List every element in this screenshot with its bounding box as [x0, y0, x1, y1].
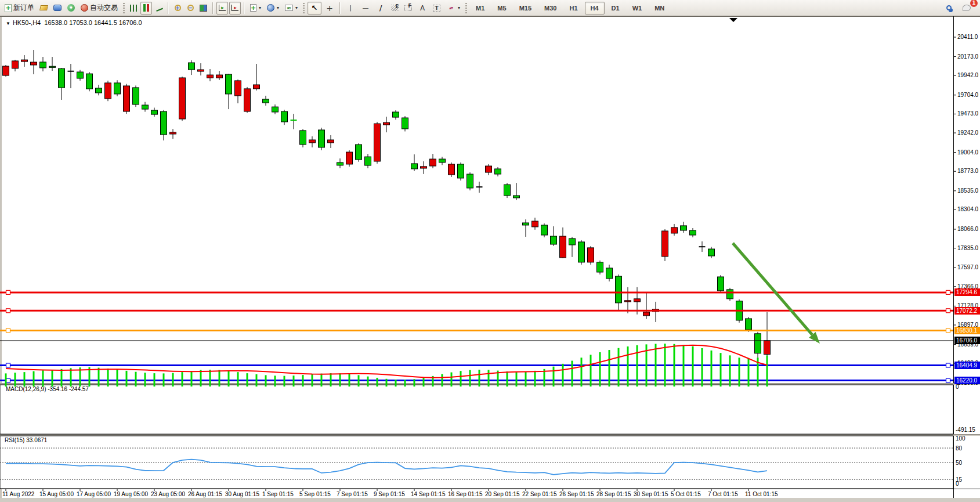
cursor-arrow-icon: ↖ [310, 3, 319, 13]
line-handle[interactable] [6, 309, 10, 313]
timeframe-m1-label: M1 [472, 3, 488, 13]
line-handle[interactable] [6, 328, 10, 333]
timeframe-mn[interactable]: MN [649, 2, 670, 15]
timeframe-h1[interactable]: H1 [563, 2, 583, 15]
crosshair-button[interactable]: + [323, 2, 337, 15]
line-handle[interactable] [6, 378, 10, 382]
signals-button[interactable]: • [65, 2, 77, 15]
macd-label: MACD(12,26,9) -354.16 -244.57 [6, 386, 89, 392]
timeframe-m15[interactable]: M15 [513, 2, 537, 15]
bar-chart-button[interactable] [128, 2, 139, 15]
fibonacci-button[interactable]: F [402, 2, 414, 15]
line-handle[interactable] [946, 378, 950, 382]
trendline-button[interactable]: / [374, 2, 388, 15]
rsi-panel[interactable] [0, 436, 953, 489]
candle-body [616, 276, 622, 303]
chart-ohlc-values: 16538.0 17053.0 16441.5 16706.0 [44, 19, 142, 26]
timeframe-m1[interactable]: M1 [470, 2, 490, 15]
candle-body [523, 223, 529, 225]
candle-body [179, 78, 186, 119]
line-chart-button[interactable] [153, 2, 165, 15]
line-handle[interactable] [6, 363, 10, 367]
vertical-line-icon: | [346, 3, 355, 13]
candle-body [764, 341, 771, 355]
date-tick-label: 19 Aug 05:00 [114, 491, 148, 497]
line-handle[interactable] [946, 363, 950, 367]
search-button[interactable] [943, 2, 954, 15]
zoom-in-button[interactable]: + [172, 2, 183, 15]
price-tick-label: 19704.0 [957, 92, 978, 98]
timeframe-d1-label: D1 [608, 3, 623, 13]
candle-body [606, 268, 613, 279]
candle-body [31, 62, 37, 65]
candle-body [198, 70, 204, 71]
bottom-strip [0, 498, 980, 502]
candle-body [244, 89, 251, 111]
timeframe-h4[interactable]: H4 [585, 2, 605, 15]
date-tick-label: 5 Sep 01:15 [299, 491, 331, 497]
indicators-button[interactable]: ≈▾ [283, 2, 300, 15]
toolbar-grip [123, 3, 125, 13]
candle-body [346, 152, 353, 164]
dropdown-caret-icon: ▾ [295, 5, 298, 10]
chart-canvas[interactable] [0, 0, 980, 502]
candle-body [300, 131, 306, 145]
cursor-button[interactable]: ↖ [308, 2, 321, 15]
auto-scroll-button[interactable]: ▸ [229, 2, 241, 15]
timeframe-m30[interactable]: M30 [538, 2, 562, 15]
candle-body [356, 145, 362, 160]
line-handle[interactable] [6, 290, 10, 294]
line-handle[interactable] [946, 328, 950, 333]
tile-windows-icon [200, 5, 207, 12]
arrows-button[interactable]: ▴▾▾ [444, 2, 462, 15]
date-tick-label: 26 Aug 01:15 [188, 491, 222, 497]
mql-button[interactable] [51, 2, 64, 15]
candle-body [634, 299, 641, 302]
candle-body [393, 112, 399, 117]
toolbar-grip [303, 3, 305, 13]
text-label-button[interactable]: A [415, 2, 429, 15]
line-handle[interactable] [946, 290, 950, 294]
candle-body [458, 164, 464, 178]
horizontal-line-button[interactable]: — [359, 2, 373, 15]
vertical-line-button[interactable]: | [343, 2, 357, 15]
timeframe-d1[interactable]: D1 [606, 2, 625, 15]
chart-plot-area[interactable] [2, 17, 953, 383]
candle-body [597, 262, 603, 272]
candle-body [309, 140, 316, 143]
candle-body [3, 66, 9, 75]
line-handle[interactable] [946, 309, 950, 313]
candle-body [569, 239, 576, 245]
text-box-button[interactable]: T [431, 2, 443, 15]
timeframe-w1[interactable]: W1 [627, 2, 648, 15]
date-tick-label: 30 Aug 01:15 [225, 491, 259, 497]
macd-axis-label: 0 [956, 384, 959, 390]
macd-panel[interactable] [0, 385, 953, 434]
candlestick-chart-button[interactable] [140, 2, 152, 15]
chat-button[interactable]: 1 [960, 2, 973, 15]
tile-windows-button[interactable] [197, 2, 209, 15]
price-line-label: 16220.0 [954, 377, 980, 384]
date-tick-label: 26 Sep 01:15 [559, 491, 594, 497]
indicator-wave-icon: ≈ [285, 5, 293, 11]
chart-symbol-period: HK50-,H4 [13, 19, 41, 26]
timeframe-m5[interactable]: M5 [491, 2, 512, 15]
new-order-button[interactable]: +新订单 [2, 2, 37, 15]
candle-body [541, 225, 548, 235]
candle-body [384, 122, 390, 125]
new-chart-button[interactable]: +▾ [248, 2, 263, 15]
equidistant-channel-button[interactable]: E [389, 2, 401, 15]
chart-shift-button[interactable]: ▸ [216, 2, 228, 15]
periods-button[interactable]: ▾ [265, 2, 281, 15]
macd-axis-label: -491.15 [956, 427, 975, 433]
autotrade-button[interactable]: 自动交易 [78, 2, 120, 15]
zoom-out-button[interactable]: − [185, 2, 196, 15]
chart-title-caret-icon[interactable]: ▼ [6, 21, 10, 26]
candle-body [170, 132, 176, 134]
gold-button[interactable] [38, 2, 50, 15]
candle-body [467, 174, 473, 188]
toolbar-separator [339, 2, 341, 14]
channel-icon: E [391, 5, 399, 11]
candle-body [374, 124, 381, 161]
gold-bar-icon [39, 5, 48, 10]
